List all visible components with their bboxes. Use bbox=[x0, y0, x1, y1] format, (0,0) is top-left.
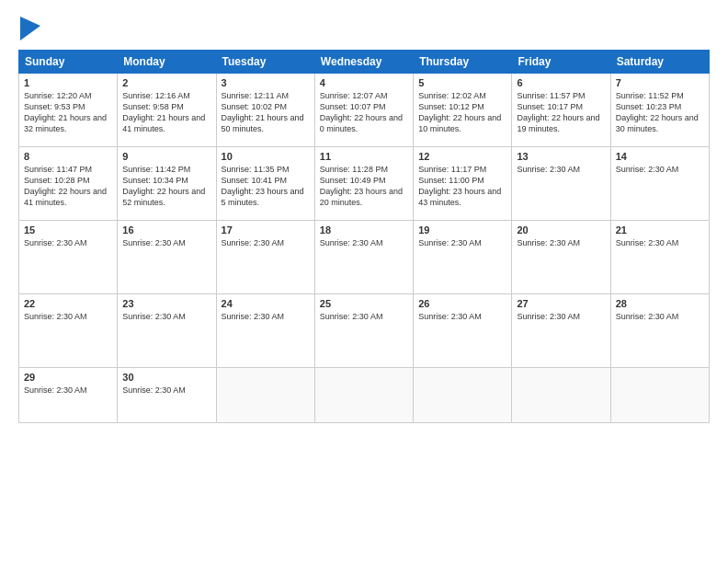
calendar-cell: 7Sunrise: 11:52 PM Sunset: 10:23 PM Dayl… bbox=[610, 74, 709, 147]
calendar-cell bbox=[512, 368, 610, 423]
day-number: 19 bbox=[418, 224, 506, 236]
page: SundayMondayTuesdayWednesdayThursdayFrid… bbox=[0, 0, 728, 563]
day-info: Sunrise: 2:30 AM bbox=[616, 237, 704, 248]
day-info: Sunrise: 2:30 AM bbox=[517, 164, 605, 175]
calendar-cell: 4Sunrise: 12:07 AM Sunset: 10:07 PM Dayl… bbox=[314, 74, 413, 147]
day-info: Sunrise: 11:42 PM Sunset: 10:34 PM Dayli… bbox=[122, 164, 210, 209]
calendar-cell: 21Sunrise: 2:30 AM bbox=[610, 221, 709, 294]
calendar-cell: 14Sunrise: 2:30 AM bbox=[610, 147, 709, 221]
calendar-cell: 27Sunrise: 2:30 AM bbox=[512, 294, 610, 368]
calendar-cell: 11Sunrise: 11:28 PM Sunset: 10:49 PM Day… bbox=[314, 147, 413, 221]
day-info: Sunrise: 12:20 AM Sunset: 9:53 PM Daylig… bbox=[24, 90, 112, 135]
calendar-cell: 30Sunrise: 2:30 AM bbox=[118, 368, 216, 423]
day-number: 27 bbox=[517, 298, 605, 309]
logo-icon bbox=[20, 17, 40, 40]
calendar-cell: 29Sunrise: 2:30 AM bbox=[19, 368, 118, 423]
day-info: Sunrise: 2:30 AM bbox=[320, 237, 408, 248]
calendar-week-row: 29Sunrise: 2:30 AM30Sunrise: 2:30 AM bbox=[19, 368, 710, 423]
day-number: 16 bbox=[122, 224, 210, 236]
day-info: Sunrise: 2:30 AM bbox=[418, 237, 506, 248]
calendar-cell: 26Sunrise: 2:30 AM bbox=[414, 294, 512, 368]
calendar-cell: 6Sunrise: 11:57 PM Sunset: 10:17 PM Dayl… bbox=[512, 74, 610, 147]
day-info: Sunrise: 11:52 PM Sunset: 10:23 PM Dayli… bbox=[616, 90, 704, 135]
calendar-cell: 10Sunrise: 11:35 PM Sunset: 10:41 PM Day… bbox=[216, 147, 314, 221]
day-number: 30 bbox=[122, 372, 210, 383]
calendar-cell: 18Sunrise: 2:30 AM bbox=[314, 221, 413, 294]
calendar-cell bbox=[216, 368, 314, 423]
calendar-cell: 24Sunrise: 2:30 AM bbox=[216, 294, 314, 368]
day-number: 26 bbox=[418, 298, 506, 309]
calendar-cell: 23Sunrise: 2:30 AM bbox=[118, 294, 216, 368]
day-info: Sunrise: 2:30 AM bbox=[320, 311, 408, 322]
weekday-header: Tuesday bbox=[216, 51, 314, 74]
day-number: 15 bbox=[24, 224, 112, 236]
day-info: Sunrise: 11:17 PM Sunset: 11:00 PM Dayli… bbox=[418, 164, 506, 209]
day-number: 8 bbox=[24, 151, 112, 162]
day-number: 25 bbox=[320, 298, 408, 309]
day-number: 11 bbox=[320, 151, 408, 162]
day-info: Sunrise: 2:30 AM bbox=[418, 311, 506, 322]
day-info: Sunrise: 2:30 AM bbox=[122, 311, 210, 322]
calendar-cell: 19Sunrise: 2:30 AM bbox=[414, 221, 512, 294]
day-info: Sunrise: 2:30 AM bbox=[24, 237, 112, 248]
day-info: Sunrise: 2:30 AM bbox=[222, 311, 310, 322]
calendar-cell bbox=[610, 368, 709, 423]
day-info: Sunrise: 11:28 PM Sunset: 10:49 PM Dayli… bbox=[320, 164, 408, 209]
day-number: 17 bbox=[222, 224, 310, 236]
day-number: 29 bbox=[24, 372, 112, 383]
day-number: 7 bbox=[616, 77, 704, 88]
calendar-week-row: 8Sunrise: 11:47 PM Sunset: 10:28 PM Dayl… bbox=[19, 147, 710, 221]
day-number: 28 bbox=[616, 298, 704, 309]
calendar-week-row: 22Sunrise: 2:30 AM23Sunrise: 2:30 AM24Su… bbox=[19, 294, 710, 368]
calendar-cell: 2Sunrise: 12:16 AM Sunset: 9:58 PM Dayli… bbox=[118, 74, 216, 147]
weekday-header: Friday bbox=[512, 51, 610, 74]
calendar-week-row: 15Sunrise: 2:30 AM16Sunrise: 2:30 AM17Su… bbox=[19, 221, 710, 294]
day-info: Sunrise: 2:30 AM bbox=[517, 311, 605, 322]
weekday-header: Sunday bbox=[19, 51, 118, 74]
day-info: Sunrise: 2:30 AM bbox=[616, 164, 704, 175]
svg-marker-0 bbox=[20, 17, 40, 40]
day-number: 23 bbox=[122, 298, 210, 309]
day-info: Sunrise: 2:30 AM bbox=[517, 237, 605, 248]
day-number: 14 bbox=[616, 151, 704, 162]
day-info: Sunrise: 12:02 AM Sunset: 10:12 PM Dayli… bbox=[418, 90, 506, 135]
day-number: 2 bbox=[122, 77, 210, 88]
calendar-cell: 8Sunrise: 11:47 PM Sunset: 10:28 PM Dayl… bbox=[19, 147, 118, 221]
day-number: 9 bbox=[122, 151, 210, 162]
calendar-cell bbox=[414, 368, 512, 423]
day-number: 6 bbox=[517, 77, 605, 88]
weekday-header: Thursday bbox=[414, 51, 512, 74]
weekday-header: Saturday bbox=[610, 51, 709, 74]
day-number: 12 bbox=[418, 151, 506, 162]
day-info: Sunrise: 12:16 AM Sunset: 9:58 PM Daylig… bbox=[122, 90, 210, 135]
day-number: 3 bbox=[222, 77, 310, 88]
day-info: Sunrise: 11:35 PM Sunset: 10:41 PM Dayli… bbox=[222, 164, 310, 209]
day-number: 5 bbox=[418, 77, 506, 88]
day-number: 24 bbox=[222, 298, 310, 309]
weekday-header: Wednesday bbox=[314, 51, 413, 74]
calendar-cell: 3Sunrise: 12:11 AM Sunset: 10:02 PM Dayl… bbox=[216, 74, 314, 147]
calendar-cell: 16Sunrise: 2:30 AM bbox=[118, 221, 216, 294]
day-number: 21 bbox=[616, 224, 704, 236]
calendar-cell: 1Sunrise: 12:20 AM Sunset: 9:53 PM Dayli… bbox=[19, 74, 118, 147]
day-number: 13 bbox=[517, 151, 605, 162]
calendar-cell: 22Sunrise: 2:30 AM bbox=[19, 294, 118, 368]
calendar-cell: 28Sunrise: 2:30 AM bbox=[610, 294, 709, 368]
calendar-cell bbox=[314, 368, 413, 423]
day-number: 4 bbox=[320, 77, 408, 88]
day-info: Sunrise: 2:30 AM bbox=[24, 385, 112, 396]
day-info: Sunrise: 11:47 PM Sunset: 10:28 PM Dayli… bbox=[24, 164, 112, 209]
calendar-cell: 25Sunrise: 2:30 AM bbox=[314, 294, 413, 368]
calendar-cell: 13Sunrise: 2:30 AM bbox=[512, 147, 610, 221]
calendar-cell: 20Sunrise: 2:30 AM bbox=[512, 221, 610, 294]
calendar-cell: 9Sunrise: 11:42 PM Sunset: 10:34 PM Dayl… bbox=[118, 147, 216, 221]
day-info: Sunrise: 12:07 AM Sunset: 10:07 PM Dayli… bbox=[320, 90, 408, 135]
day-info: Sunrise: 11:57 PM Sunset: 10:17 PM Dayli… bbox=[517, 90, 605, 135]
day-info: Sunrise: 2:30 AM bbox=[122, 385, 210, 396]
calendar-table: SundayMondayTuesdayWednesdayThursdayFrid… bbox=[18, 50, 710, 423]
day-number: 18 bbox=[320, 224, 408, 236]
day-number: 22 bbox=[24, 298, 112, 309]
logo bbox=[18, 17, 40, 40]
weekday-header-row: SundayMondayTuesdayWednesdayThursdayFrid… bbox=[19, 51, 710, 74]
calendar-cell: 15Sunrise: 2:30 AM bbox=[19, 221, 118, 294]
